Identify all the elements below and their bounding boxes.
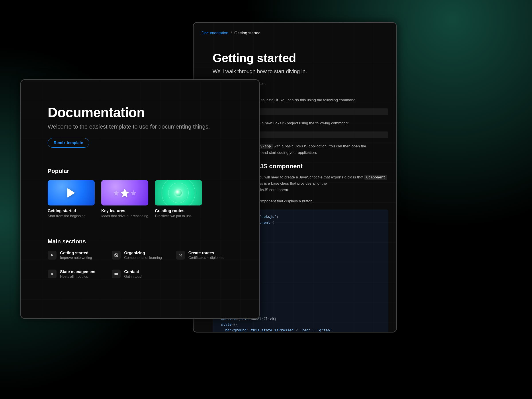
star-icon: [101, 180, 148, 205]
card-key-features[interactable]: Key features Ideas that drive our reason…: [101, 180, 148, 218]
breadcrumb-separator: /: [231, 31, 232, 35]
main-sections-grid: Getting started Improve note writing Org…: [48, 251, 233, 279]
section-organizing[interactable]: Organizing Components of learning: [112, 251, 168, 260]
page-subtitle: Welcome to the easiest template to use f…: [48, 123, 233, 130]
section-subtitle: Hosts all modules: [60, 275, 95, 279]
section-create-routes[interactable]: Create routes Certificates + diplomas: [176, 251, 233, 260]
shuffle-icon: [176, 251, 185, 260]
breadcrumb-root-link[interactable]: Documentation: [202, 31, 228, 35]
card-title: Getting started: [48, 209, 95, 213]
breadcrumb: Documentation / Getting started: [202, 31, 388, 35]
chat-icon: [112, 270, 120, 279]
play-icon: [48, 180, 95, 205]
section-contact[interactable]: Contact Get in touch: [112, 270, 168, 279]
card-subtitle: Ideas that drive our reasoning: [101, 214, 148, 218]
section-subtitle: Certificates + diplomas: [188, 256, 224, 260]
card-title: Key features: [101, 209, 148, 213]
section-subtitle: Components of learning: [124, 256, 162, 260]
section-title: Contact: [124, 270, 143, 274]
section-title: Organizing: [124, 251, 162, 255]
inline-code: Component: [364, 175, 387, 180]
main-sections-heading: Main sections: [48, 238, 233, 245]
article-subtitle: We'll walk through how to start diving i…: [213, 68, 388, 75]
svg-point-4: [52, 274, 52, 274]
svg-rect-1: [115, 254, 116, 255]
card-creating-routes[interactable]: Creating routes Practices we put to use: [155, 180, 202, 218]
play-icon: [48, 251, 57, 260]
remix-template-button[interactable]: Remix template: [48, 138, 89, 148]
svg-rect-2: [116, 255, 117, 256]
card-title: Creating routes: [155, 209, 202, 213]
section-subtitle: Improve note writing: [60, 256, 92, 260]
card-subtitle: Start from the beginning: [48, 214, 95, 218]
popular-heading: Popular: [48, 168, 233, 174]
article-title: Getting started: [213, 51, 388, 65]
section-subtitle: Get in touch: [124, 275, 143, 279]
section-title: Create routes: [188, 251, 224, 255]
orb-icon: [155, 180, 202, 205]
breadcrumb-current: Getting started: [234, 31, 260, 35]
section-state-management[interactable]: State management Hosts all modules: [48, 270, 104, 279]
section-title: State management: [60, 270, 95, 274]
card-getting-started[interactable]: Getting started Start from the beginning: [48, 180, 95, 218]
card-subtitle: Practices we put to use: [155, 214, 202, 218]
docs-landing-window: Documentation Welcome to the easiest tem…: [20, 79, 260, 319]
section-getting-started[interactable]: Getting started Improve note writing: [48, 251, 104, 260]
section-title: Getting started: [60, 251, 92, 255]
grid-icon: [112, 251, 120, 260]
target-icon: [48, 270, 57, 279]
popular-cards: Getting started Start from the beginning…: [48, 180, 233, 218]
page-title: Documentation: [48, 104, 233, 120]
